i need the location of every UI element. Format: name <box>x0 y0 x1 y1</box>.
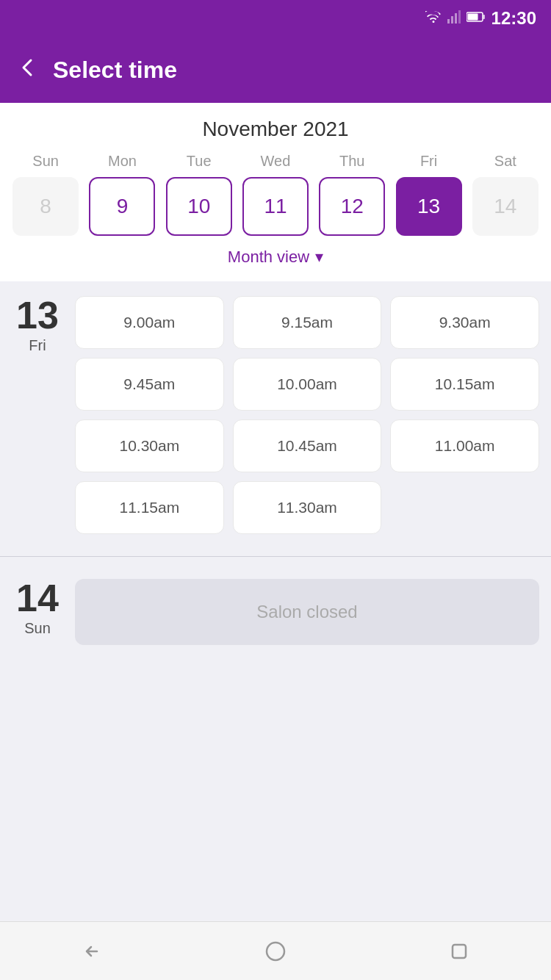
time-slot-900[interactable]: 9.00am <box>75 296 224 349</box>
date-8: 8 <box>12 177 79 236</box>
date-9[interactable]: 9 <box>89 177 155 236</box>
bottom-nav <box>0 921 551 980</box>
svg-rect-6 <box>483 15 485 19</box>
signal-icon <box>447 10 461 26</box>
status-bar: 12:30 <box>0 0 551 37</box>
nav-recent-button[interactable] <box>441 933 478 970</box>
time-slot-930[interactable]: 9.30am <box>390 296 539 349</box>
status-time: 12:30 <box>491 8 536 29</box>
svg-rect-1 <box>451 16 453 24</box>
time-slot-945[interactable]: 9.45am <box>75 358 224 411</box>
time-slot-1100[interactable]: 11.00am <box>390 419 539 472</box>
day-14-row: 14 Sun Salon closed <box>12 579 539 645</box>
time-slot-915[interactable]: 9.15am <box>233 296 382 349</box>
time-slot-1115[interactable]: 11.15am <box>75 481 224 534</box>
weekday-wed: Wed <box>241 153 310 170</box>
time-slot-1015[interactable]: 10.15am <box>390 358 539 411</box>
header: Select time <box>0 37 551 103</box>
time-slot-1130[interactable]: 11.30am <box>233 481 382 534</box>
svg-rect-0 <box>447 19 450 24</box>
day-14-section: 14 Sun Salon closed <box>0 564 551 660</box>
time-slot-1000[interactable]: 10.00am <box>233 358 382 411</box>
month-year-label: November 2021 <box>7 118 544 141</box>
page-title: Select time <box>53 57 177 84</box>
weekday-sat: Sat <box>471 153 540 170</box>
weekday-row: Sun Mon Tue Wed Thu Fri Sat <box>7 153 544 170</box>
date-13[interactable]: 13 <box>396 177 462 236</box>
nav-back-button[interactable] <box>73 933 110 970</box>
day-14-label: 14 Sun <box>12 579 63 637</box>
time-slot-1045[interactable]: 10.45am <box>233 419 382 472</box>
day-13-section: 13 Fri 9.00am 9.15am 9.30am 9.45am 10.00… <box>0 281 551 549</box>
chevron-down-icon: ▾ <box>315 248 323 267</box>
day-14-name: Sun <box>24 620 51 637</box>
section-divider <box>0 556 551 557</box>
day-13-row: 13 Fri 9.00am 9.15am 9.30am 9.45am 10.00… <box>12 296 539 534</box>
calendar-section: November 2021 Sun Mon Tue Wed Thu Fri Sa… <box>0 103 551 281</box>
weekday-thu: Thu <box>317 153 386 170</box>
time-slot-1030[interactable]: 10.30am <box>75 419 224 472</box>
salon-closed-label: Salon closed <box>256 602 357 622</box>
svg-rect-3 <box>458 10 461 24</box>
svg-rect-8 <box>453 945 466 958</box>
back-button[interactable] <box>18 57 38 83</box>
date-12[interactable]: 12 <box>319 177 385 236</box>
day-13-label: 13 Fri <box>12 296 63 354</box>
svg-point-7 <box>267 943 284 960</box>
weekday-tue: Tue <box>165 153 234 170</box>
dates-row: 8 9 10 11 12 13 14 <box>7 177 544 236</box>
battery-icon <box>467 12 486 25</box>
month-view-label: Month view <box>228 248 309 267</box>
weekday-sun: Sun <box>11 153 80 170</box>
day-14-number: 14 <box>16 579 59 617</box>
month-view-toggle[interactable]: Month view ▾ <box>7 248 544 267</box>
date-10[interactable]: 10 <box>166 177 232 236</box>
date-11[interactable]: 11 <box>242 177 309 236</box>
salon-closed-box: Salon closed <box>75 579 539 645</box>
day-13-number: 13 <box>16 296 59 334</box>
svg-rect-5 <box>467 14 478 21</box>
date-14: 14 <box>472 177 539 236</box>
weekday-fri: Fri <box>395 153 464 170</box>
weekday-mon: Mon <box>87 153 156 170</box>
wifi-icon <box>425 11 442 26</box>
nav-home-button[interactable] <box>257 933 294 970</box>
time-grid-13: 9.00am 9.15am 9.30am 9.45am 10.00am 10.1… <box>75 296 539 534</box>
svg-rect-2 <box>455 13 457 24</box>
day-13-name: Fri <box>29 337 46 354</box>
